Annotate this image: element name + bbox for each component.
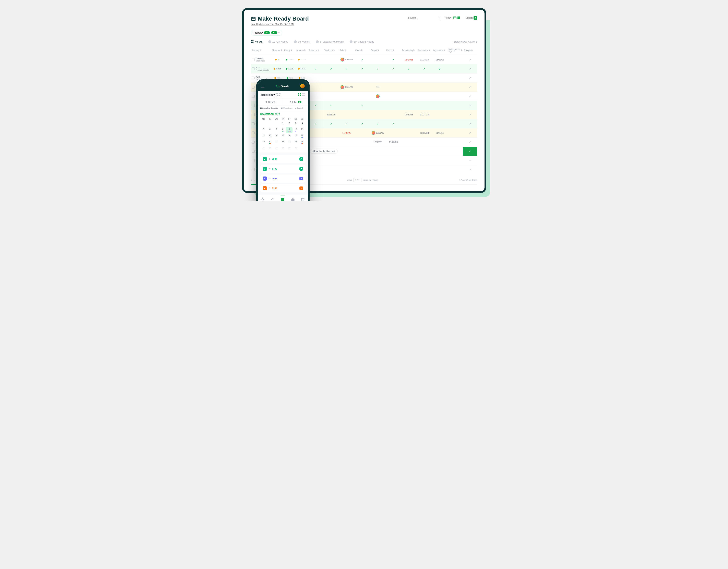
complete-cell[interactable]: ✓ [463,165,477,174]
complete-cell[interactable]: ✓ [463,55,477,64]
grid-view-icon[interactable] [457,16,461,20]
complete-cell[interactable]: ✓ [463,156,477,165]
list-item[interactable]: ▸☆7243↗ [260,155,306,163]
nav-hat-icon[interactable] [271,197,275,201]
calendar-day[interactable]: 31 [293,145,299,150]
calendar-day[interactable]: 2 [286,121,293,127]
row-checkbox[interactable] [252,122,255,125]
row-checkbox[interactable] [252,141,255,143]
export-button[interactable]: Export [466,16,477,20]
row-checkbox[interactable] [252,168,255,171]
row-checkbox[interactable] [252,113,255,116]
calendar-day[interactable]: 5 [260,127,267,133]
arrow-icon[interactable]: ↗ [299,186,303,190]
property-filter[interactable]: Property 2⌂ 1⌂ ▾ [251,30,282,36]
calendar-day[interactable]: 17 [293,133,299,139]
tab-vacant-ready[interactable]: 30 Vacant Ready [350,40,374,43]
first-page-icon[interactable]: « [251,179,252,181]
arrow-icon[interactable]: ↗ [299,177,303,180]
row-checkbox[interactable] [252,77,255,79]
complete-cell[interactable]: ✓ [463,128,477,137]
complete-cell[interactable]: ✓ [463,83,477,92]
complete-cell[interactable]: ✓ [463,110,477,119]
nav-work-icon[interactable] [261,197,265,201]
items-per-page-select[interactable]: 17 ▾ [353,178,361,182]
search-button[interactable]: Search [258,99,283,105]
list-view-icon[interactable] [453,16,457,20]
calendar-day[interactable]: 13 [267,133,273,139]
prev-page-icon[interactable]: ‹ [254,179,255,181]
calendar-day[interactable]: 9 [286,127,293,133]
list-item[interactable]: ▸☆1002↗ [260,174,306,183]
avatar[interactable] [300,84,305,88]
row-checkbox[interactable] [252,58,255,61]
calendar-day[interactable]: 12 [260,133,267,139]
list-item[interactable]: ▸☆8790↗ [260,165,306,173]
tab-vacant-not-ready[interactable]: 6 Vacant Not Ready [316,40,344,43]
tab-tasks[interactable]: ▸Tasks 7 [295,107,303,109]
calendar-day[interactable]: 30 [286,145,293,150]
list-view-icon[interactable] [302,93,305,96]
complete-cell[interactable]: ✓ [463,92,477,101]
tab-on-notice[interactable]: 10 On Notice [268,40,288,43]
complete-cell[interactable]: ✓ [463,119,477,128]
complete-cell[interactable]: ✓ [463,64,477,73]
row-checkbox[interactable] [252,95,255,98]
sort-icon[interactable]: ⇅ [260,49,261,51]
calendar-day[interactable]: 7 [273,127,280,133]
table-row[interactable]: 020043Casa Rosa✓11/2311/2311/18/23✓✓11/1… [251,55,477,64]
nav-stats-icon[interactable] [291,197,295,201]
table-row[interactable]: 423Andover Woods11/2312/0912/14✓✓✓✓✓✓✓✓✓… [251,64,477,73]
calendar-day[interactable]: 28 [273,145,280,150]
grid-view-icon[interactable] [298,93,301,96]
row-checkbox[interactable] [252,131,255,134]
row-checkbox[interactable] [252,104,255,107]
row-checkbox[interactable] [252,159,255,162]
calendar-day[interactable]: 20 [267,139,273,145]
complete-cell[interactable]: ✓ [463,147,477,156]
calendar-day[interactable]: 14 [273,133,280,139]
arrow-icon[interactable]: ↗ [299,157,303,161]
calendar-day[interactable]: 8 [280,127,286,133]
calendar-day[interactable]: 3 [293,121,299,127]
calendar-day[interactable]: 24 [293,139,299,145]
calendar-day[interactable]: 19 [260,139,267,145]
calendar-day[interactable]: 10 [293,127,299,133]
star-icon: ☆ [268,167,271,170]
calendar-day[interactable]: 15 [280,133,286,139]
row-checkbox[interactable] [252,67,255,70]
tab-calendar[interactable]: ▦Complete Calendar [260,107,278,109]
search-input[interactable] [408,15,441,20]
calendar-day[interactable]: 22 [280,139,286,145]
nav-calendar-icon[interactable] [281,197,285,201]
list-item[interactable]: ▸☆7243↗ [260,184,306,192]
calendar-day[interactable]: 21 [273,139,280,145]
nav-store-icon[interactable] [301,197,305,201]
calendar-day[interactable]: 4 [299,121,306,127]
calendar-day[interactable]: 26 [260,145,267,150]
tab-move-ins[interactable]: ▣Move Ins 4 [281,107,293,109]
svg-rect-15 [252,42,253,43]
tab-vacant[interactable]: 36 Vacant [294,40,310,43]
filter-button[interactable]: Filter2 [283,99,308,105]
calendar-day[interactable]: 1 [280,121,286,127]
archive-pill[interactable]: Move in - Archive Unit [310,149,338,154]
status-view-dropdown[interactable]: Status view: Active ▴ [454,40,477,43]
complete-cell[interactable]: ✓ [463,101,477,110]
complete-cell[interactable]: ✓ [463,73,477,82]
svg-rect-6 [453,17,456,18]
calendar-day[interactable]: 29 [280,145,286,150]
calendar-day[interactable]: 16 [286,133,293,139]
calendar-day[interactable]: 27 [267,145,273,150]
row-checkbox[interactable] [252,86,255,89]
calendar-day[interactable]: 23 [286,139,293,145]
calendar-day[interactable]: 25 [299,139,306,145]
calendar-day[interactable]: 18 [299,133,306,139]
arrow-icon[interactable]: ↗ [299,167,303,170]
calendar-day[interactable]: 11 [299,127,306,133]
tab-all[interactable]: 46 All [251,40,263,43]
calendar-day[interactable]: 6 [267,127,273,133]
complete-cell[interactable]: ✓ [463,138,477,146]
menu-icon[interactable] [261,85,264,87]
row-checkbox[interactable] [252,150,255,153]
